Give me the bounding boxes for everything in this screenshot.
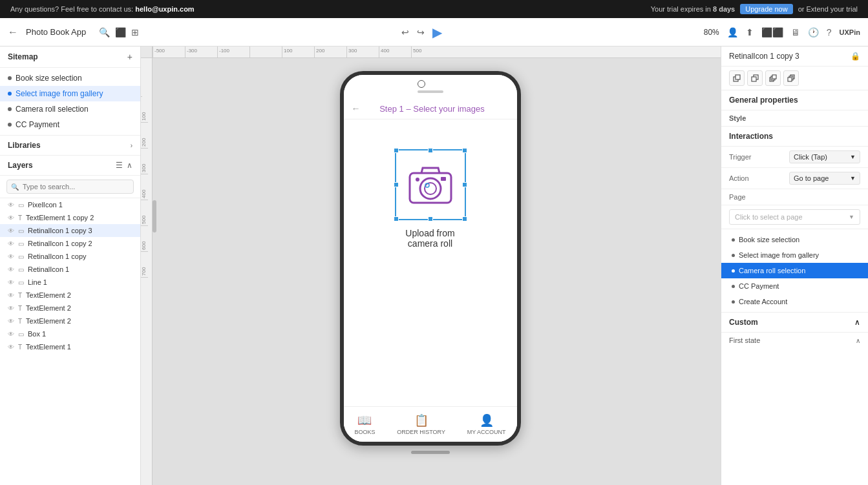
canvas-content[interactable]: ← Step 1 – Select your images [153,58,721,485]
sitemap-item-gallery[interactable]: Select image from gallery [0,86,140,101]
libraries-title: Libraries [8,141,41,150]
component-icon[interactable]: ⊞ [131,27,139,37]
bring-forward-button[interactable] [729,70,745,86]
sitemap-add-button[interactable]: + [127,52,132,62]
dropdown-chevron-icon: ▼ [850,154,856,160]
contact-email[interactable]: hello@uxpin.com [135,5,194,13]
sitemap-title: Sitemap [8,52,38,61]
layer-item[interactable]: 👁 T TextElement 2 [0,315,140,327]
handle-top-right[interactable] [462,148,467,153]
eye-icon[interactable]: 👁 [8,279,14,286]
layers-sort-icon[interactable]: ☰ [116,161,123,170]
page-list-item-cc-payment[interactable]: CC Payment [721,278,868,294]
scroll-handle-left[interactable] [153,200,156,232]
layer-item-selected[interactable]: 👁 ▭ RetinalIcon 1 copy 3 [0,224,140,237]
bring-to-front-button[interactable] [765,70,781,86]
sitemap-item-camera-roll[interactable]: Camera roll selection [0,101,140,117]
libraries-chevron-icon: › [131,142,132,149]
handle-middle-left[interactable] [394,182,399,187]
trigger-dropdown[interactable]: Click (Tap) ▼ [789,150,860,163]
action-dropdown[interactable]: Go to page ▼ [789,172,860,185]
custom-header[interactable]: Custom ∧ [729,318,860,327]
sitemap-item-book-size[interactable]: Book size selection [0,70,140,86]
nav-order-history[interactable]: 📋 ORDER HISTORY [397,413,445,435]
handle-bottom-right[interactable] [462,216,467,222]
eye-icon[interactable]: 👁 [8,227,14,234]
libraries-header[interactable]: Libraries › [0,135,140,156]
layer-type-rect: ▭ [18,240,24,247]
screen-icon[interactable]: ⬛ [115,27,126,37]
vertical-ruler: 100 200 300 400 500 600 700 [141,58,153,485]
redo-button[interactable]: ↪ [417,27,425,37]
page-bullet [732,285,735,288]
layer-item[interactable]: 👁 T TextElement 2 [0,289,140,302]
handle-bottom-middle[interactable] [428,216,433,222]
layer-item[interactable]: 👁 ▭ Box 1 [0,327,140,340]
eye-icon[interactable]: 👁 [8,344,14,351]
layer-item[interactable]: 👁 T TextElement 1 copy 2 [0,211,140,224]
user-icon[interactable]: 👤 [727,27,738,37]
ruler-tick: 100 [282,46,314,57]
upgrade-button[interactable]: Upgrade now [740,4,792,14]
page-list-item-create-account[interactable]: Create Account [721,294,868,309]
send-to-back-button[interactable] [783,70,799,86]
eye-icon[interactable]: 👁 [8,201,14,209]
action-row: Action Go to page ▼ [721,168,868,189]
eye-icon[interactable]: 👁 [8,292,14,299]
search-icon: 🔍 [11,183,19,191]
layer-item[interactable]: 👁 ▭ RetinalIcon 1 [0,263,140,276]
search-icon[interactable]: 🔍 [99,27,110,37]
back-arrow-icon[interactable]: ← [352,103,361,114]
layer-item[interactable]: 👁 ▭ PixelIcon 1 [0,198,140,211]
desktop-preview-icon[interactable]: 🖥 [791,27,800,37]
svg-rect-9 [752,77,756,81]
canvas-area[interactable]: -500 -300 -100 100 200 300 400 500 100 2… [141,46,721,485]
custom-section: Custom ∧ [721,312,868,332]
layer-item[interactable]: 👁 T TextElement 2 [0,302,140,315]
phone-camera [418,80,425,88]
layer-type-rect: ▭ [18,266,24,273]
handle-top-middle[interactable] [428,148,433,153]
eye-icon[interactable]: 👁 [8,253,14,260]
general-properties-header: General properties [721,90,868,110]
eye-icon[interactable]: 👁 [8,240,14,247]
page-select-dropdown[interactable]: Click to select a page ▼ [729,209,860,225]
nav-my-account[interactable]: 👤 MY ACCOUNT [467,413,506,435]
layer-item[interactable]: 👁 ▭ RetinalIcon 1 copy 2 [0,237,140,250]
play-button[interactable]: ▶ [432,25,442,40]
eye-icon[interactable]: 👁 [8,305,14,312]
svg-rect-4 [441,177,446,181]
eye-icon[interactable]: 👁 [8,331,14,338]
history-icon[interactable]: 🕐 [808,27,819,37]
send-backward-button[interactable] [747,70,763,86]
eye-icon[interactable]: 👁 [8,266,14,273]
page-list-item-gallery[interactable]: Select image from gallery [721,247,868,263]
sitemap-item-cc-payment[interactable]: CC Payment [0,117,140,132]
page-label-row: Page [721,189,868,205]
phone-container: ← Step 1 – Select your images [340,71,521,454]
layer-item[interactable]: 👁 ▭ Line 1 [0,276,140,289]
back-button[interactable]: ← [8,26,18,38]
camera-svg [405,159,456,211]
handle-bottom-left[interactable] [394,216,399,222]
layers-icon[interactable]: ⬛⬛ [761,27,783,37]
layer-item[interactable]: 👁 T TextElement 1 [0,340,140,353]
nav-books[interactable]: 📖 BOOKS [354,413,375,435]
handle-top-left[interactable] [394,148,399,153]
sitemap-dot [8,76,12,80]
export-icon[interactable]: ⬆ [746,27,754,37]
screen-title: Step 1 – Select your images [366,104,499,114]
eye-icon[interactable]: 👁 [8,318,14,325]
layers-search-input[interactable] [6,180,134,194]
top-notification-bar: Any questions? Feel free to contact us: … [0,0,868,18]
undo-button[interactable]: ↩ [401,27,409,37]
page-list-item-camera-roll[interactable]: Camera roll selection [721,263,868,278]
help-icon[interactable]: ? [827,27,832,37]
phone-speaker [418,90,443,93]
layer-item[interactable]: 👁 ▭ RetinalIcon 1 copy [0,250,140,263]
handle-middle-right[interactable] [462,182,467,187]
camera-icon-wrapper[interactable] [395,149,466,220]
eye-icon[interactable]: 👁 [8,214,14,222]
layers-collapse-icon[interactable]: ∧ [127,161,132,170]
page-list-item-book-size[interactable]: Book size selection [721,232,868,247]
